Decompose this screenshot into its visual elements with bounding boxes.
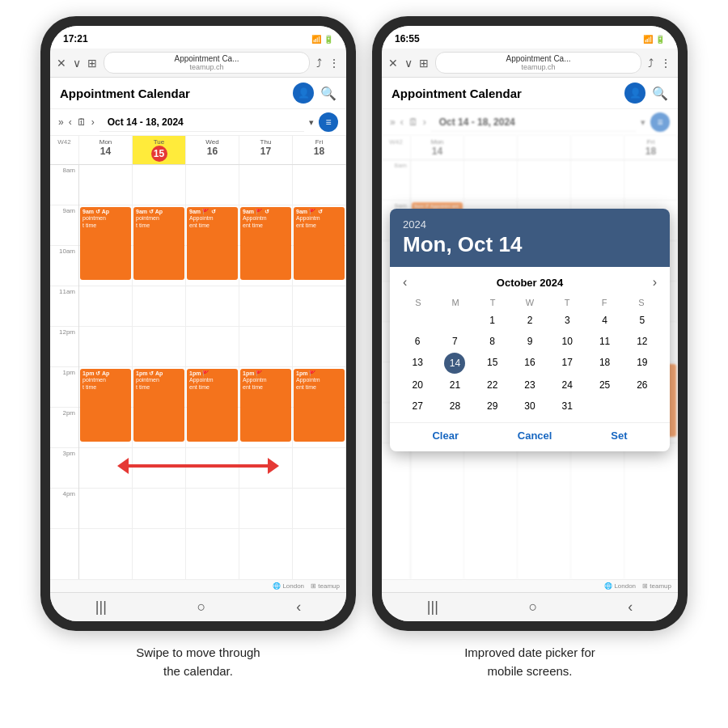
date-range-left: Oct 14 - 18, 2024	[99, 113, 304, 132]
next-btn-left[interactable]: ›	[91, 116, 95, 128]
dp-month-label: October 2024	[497, 277, 563, 289]
browser-url-left: Appointment Ca... teamup.ch	[104, 52, 310, 74]
nav-back-icon-right[interactable]: ‹	[628, 599, 633, 616]
time-right: 16:55	[395, 33, 420, 44]
close-icon-right[interactable]: ✕	[388, 57, 398, 70]
footer-location-left: 🌐 London	[273, 582, 304, 590]
menu-btn-left[interactable]: ≡	[319, 112, 338, 132]
dp-day-26[interactable]: 26	[624, 375, 660, 395]
day-col-tue-left: 9am ↺ Ap pointment time 1pm ↺ Ap pointme…	[133, 165, 186, 579]
tabs-icon-right[interactable]: ⊞	[419, 57, 429, 70]
dp-day-17[interactable]: 17	[549, 353, 585, 374]
dp-day-31[interactable]: 31	[549, 396, 585, 416]
chevron-down-icon-right[interactable]: ∨	[404, 57, 413, 70]
day-col-0-left: Mon14	[79, 136, 133, 164]
search-icon-left[interactable]: 🔍	[320, 86, 336, 101]
dp-cancel-btn[interactable]: Cancel	[518, 430, 552, 442]
dp-day-13[interactable]: 13	[400, 353, 435, 374]
nav-menu-icon-right[interactable]: |||	[427, 599, 438, 616]
prev-btn-left[interactable]: ‹	[69, 116, 72, 128]
nav-back-icon[interactable]: ‹	[296, 599, 301, 616]
avatar-right[interactable]: 👤	[624, 83, 645, 104]
more-icon[interactable]: ⋮	[328, 57, 340, 70]
dp-day-2[interactable]: 2	[512, 311, 548, 330]
avatar-left[interactable]: 👤	[293, 83, 314, 104]
dp-prev-month-btn[interactable]: ‹	[403, 275, 407, 290]
browser-bar-left: ✕ ∨ ⊞ Appointment Ca... teamup.ch ⤴ ⋮	[50, 49, 346, 78]
browser-url-right: Appointment Ca... teamup.ch	[435, 52, 641, 74]
phones-row: 17:21 📶 🔋 ✕ ∨ ⊞ Appointment Ca... teamup…	[0, 16, 728, 631]
dp-day-8[interactable]: 8	[475, 332, 510, 351]
dp-day-23[interactable]: 23	[512, 375, 548, 395]
date-picker: 2024 Mon, Oct 14 ‹ October 2024 › S M T	[390, 209, 670, 451]
share-icon[interactable]: ⤴	[316, 57, 322, 70]
dropdown-icon-left[interactable]: ▾	[309, 117, 314, 128]
status-bar-left: 17:21 📶 🔋	[50, 26, 346, 49]
dp-day-9[interactable]: 9	[512, 332, 548, 351]
dp-day-29[interactable]: 29	[475, 396, 510, 416]
dp-day-27[interactable]: 27	[400, 396, 435, 416]
tabs-icon[interactable]: ⊞	[87, 57, 97, 70]
fast-back-btn-left[interactable]: »	[58, 116, 64, 128]
phone-left-screen: 17:21 📶 🔋 ✕ ∨ ⊞ Appointment Ca... teamup…	[50, 26, 346, 621]
dp-day-21[interactable]: 21	[437, 375, 472, 395]
dp-day-19[interactable]: 19	[624, 353, 660, 374]
nav-home-icon[interactable]: ○	[197, 599, 206, 616]
dp-day-3[interactable]: 3	[549, 311, 585, 330]
dp-set-btn[interactable]: Set	[611, 430, 627, 442]
dp-day-7[interactable]: 7	[437, 332, 472, 351]
dp-day-1[interactable]: 1	[475, 311, 510, 330]
bottom-nav-right: ||| ○ ‹	[382, 592, 678, 621]
cal-toolbar-left: » ‹ 🗓 › Oct 14 - 18, 2024 ▾ ≡	[50, 109, 346, 136]
dp-day-5[interactable]: 5	[624, 311, 660, 330]
dp-day-15[interactable]: 15	[475, 353, 510, 374]
day-col-4-left: Fri18	[293, 136, 346, 164]
day-col-3-left: Thu17	[239, 136, 293, 164]
dp-day-6[interactable]: 6	[400, 332, 435, 351]
dp-day-28[interactable]: 28	[437, 396, 472, 416]
dp-day-20[interactable]: 20	[400, 375, 435, 395]
phone-right: 16:55 📶 🔋 ✕ ∨ ⊞ Appointment Ca... teamup…	[372, 16, 688, 631]
week-header-right: W42 Mon14 Fri18	[382, 136, 678, 160]
nav-home-icon-right[interactable]: ○	[529, 599, 538, 616]
app-title-right: Appointment Calendar	[392, 87, 522, 100]
dp-date-display: Mon, Oct 14	[403, 232, 657, 257]
dp-day-18[interactable]: 18	[586, 353, 622, 374]
status-icons-right: 📶 🔋	[643, 35, 665, 44]
app-header-icons-right: 👤 🔍	[624, 83, 668, 104]
dp-day-4[interactable]: 4	[586, 311, 622, 330]
footer-labels: Swipe to move through the calendar. Impr…	[0, 644, 728, 680]
day-col-thu-left: 9am 🚩 ↺ Appointment time 1pm 🚩 Appointme…	[239, 165, 293, 579]
nav-menu-icon[interactable]: |||	[95, 599, 107, 616]
search-icon-right[interactable]: 🔍	[652, 86, 668, 101]
chevron-down-icon[interactable]: ∨	[73, 57, 81, 70]
close-icon[interactable]: ✕	[57, 57, 66, 70]
footer-location-right: 🌐 London	[604, 582, 636, 590]
dp-day-24[interactable]: 24	[549, 375, 585, 395]
app-title-left: Appointment Calendar	[60, 87, 190, 100]
today-btn-left[interactable]: 🗓	[77, 116, 87, 128]
dp-clear-btn[interactable]: Clear	[432, 430, 459, 442]
dp-day-30[interactable]: 30	[512, 396, 548, 416]
week-header-left: W42 Mon14 Tue15 Wed16 Thu17 Fri18	[50, 136, 346, 165]
dp-day-11[interactable]: 11	[586, 332, 622, 351]
dp-day-16[interactable]: 16	[512, 353, 548, 374]
dp-days-grid: 1 2 3 4 5 6 7 8 9 10 11 12 13	[390, 311, 670, 422]
day-col-2-left: Wed16	[186, 136, 239, 164]
day-col-wed-left: 9am 🚩 ↺ Appointment time 1pm 🚩 Appointme…	[186, 165, 239, 579]
dp-header: 2024 Mon, Oct 14	[390, 209, 670, 267]
app-header-icons-left: 👤 🔍	[293, 83, 336, 104]
footer-brand-left: ⊞ teamup	[311, 582, 340, 590]
day-col-1-left: Tue15	[133, 136, 186, 164]
dp-day-22[interactable]: 22	[475, 375, 510, 395]
dp-next-month-btn[interactable]: ›	[653, 275, 657, 290]
dp-day-12[interactable]: 12	[624, 332, 660, 351]
caption-left: Swipe to move through the calendar.	[40, 644, 356, 680]
dp-day-10[interactable]: 10	[549, 332, 585, 351]
dp-month-nav: ‹ October 2024 ›	[390, 267, 670, 294]
more-icon-right[interactable]: ⋮	[660, 57, 671, 70]
footer-brand-right: ⊞ teamup	[642, 582, 671, 590]
dp-day-25[interactable]: 25	[586, 375, 622, 395]
dp-day-14[interactable]: 14	[444, 353, 465, 374]
share-icon-right[interactable]: ⤴	[648, 57, 654, 70]
